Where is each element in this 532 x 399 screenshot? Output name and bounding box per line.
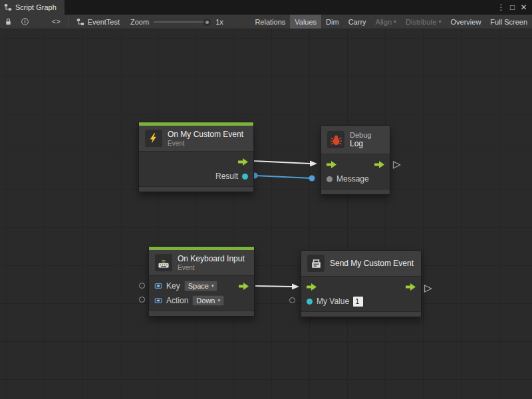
node-footer bbox=[301, 311, 421, 317]
message-input-port[interactable] bbox=[327, 176, 332, 182]
fullscreen-button[interactable]: Full Screen bbox=[485, 15, 532, 29]
node-title: Send My Custom Event bbox=[330, 259, 414, 268]
lock-button[interactable] bbox=[0, 15, 17, 29]
flow-output-port[interactable] bbox=[239, 283, 249, 290]
my-value-label: My Value bbox=[317, 297, 349, 306]
node-on-my-custom-event[interactable]: On My Custom Event Event Result bbox=[138, 122, 254, 192]
flow-output-row bbox=[139, 154, 253, 169]
flow-connection-customevent-to-log[interactable] bbox=[253, 161, 317, 167]
zoom-slider[interactable] bbox=[154, 21, 211, 23]
script-graph-window: Script Graph ⋮ □ ✕ <> bbox=[0, 0, 532, 399]
node-header: On Keyboard Input Event bbox=[149, 250, 254, 275]
flow-output-port[interactable] bbox=[374, 161, 384, 168]
key-input-row: Key Space ▾ bbox=[149, 279, 254, 293]
flow-input-port[interactable] bbox=[327, 161, 336, 168]
titlebar: Script Graph ⋮ □ ✕ bbox=[0, 0, 532, 15]
close-icon[interactable]: ✕ bbox=[518, 0, 529, 15]
node-title: Log bbox=[350, 139, 371, 148]
my-value-field[interactable]: 1 bbox=[353, 297, 363, 307]
node-titles: On My Custom Event Event bbox=[168, 130, 243, 147]
node-on-keyboard-input[interactable]: On Keyboard Input Event Key Space ▾ bbox=[148, 246, 255, 317]
tab-label: Script Graph bbox=[15, 3, 57, 11]
align-label: Align bbox=[376, 18, 392, 26]
chevron-down-icon: ▾ bbox=[439, 19, 442, 25]
flow-row bbox=[321, 157, 390, 172]
flow-continuation-icon[interactable]: ▷ bbox=[424, 283, 432, 293]
graph-toolbar: <> EventTest Zoom 1x Relations Values Di… bbox=[0, 15, 532, 29]
tab-script-graph[interactable]: Script Graph bbox=[0, 0, 65, 15]
keycode-icon bbox=[154, 282, 162, 290]
script-graph-icon bbox=[4, 3, 12, 11]
my-value-external-port[interactable] bbox=[289, 297, 295, 303]
edit-source-button[interactable]: <> bbox=[48, 15, 65, 29]
overview-button[interactable]: Overview bbox=[446, 15, 486, 29]
kebab-menu-icon[interactable]: ⋮ bbox=[495, 0, 507, 15]
graph-canvas[interactable]: On My Custom Event Event Result bbox=[0, 29, 532, 399]
fullscreen-label: Full Screen bbox=[490, 18, 527, 26]
action-icon bbox=[154, 297, 162, 305]
value-connection-result-to-message[interactable] bbox=[252, 173, 315, 182]
maximize-icon[interactable]: □ bbox=[507, 0, 518, 15]
node-footer bbox=[321, 189, 390, 194]
flow-row bbox=[301, 279, 421, 294]
window-controls: ⋮ □ ✕ bbox=[495, 0, 532, 15]
values-button[interactable]: Values bbox=[290, 15, 321, 29]
connections-layer bbox=[0, 29, 532, 399]
send-event-icon bbox=[307, 255, 325, 272]
flow-connection-keyboard-to-send[interactable] bbox=[255, 284, 299, 290]
graph-breadcrumb[interactable]: EventTest bbox=[72, 15, 124, 29]
node-titles: Debug Log bbox=[350, 131, 371, 148]
flow-input-port[interactable] bbox=[307, 283, 317, 291]
node-send-my-custom-event[interactable]: Send My Custom Event My Value 1 bbox=[301, 250, 422, 317]
overview-label: Overview bbox=[451, 18, 481, 26]
message-label: Message bbox=[336, 174, 369, 184]
flow-continuation-icon[interactable]: ▷ bbox=[393, 159, 401, 169]
action-dropdown[interactable]: Down ▾ bbox=[192, 295, 224, 306]
zoom-slider-knob[interactable] bbox=[203, 19, 211, 26]
inspect-button[interactable] bbox=[17, 15, 33, 29]
values-label: Values bbox=[295, 18, 317, 26]
dim-label: Dim bbox=[326, 18, 339, 26]
distribute-label: Distribute bbox=[406, 18, 436, 26]
key-dropdown[interactable]: Space ▾ bbox=[184, 281, 218, 291]
node-title: On Keyboard Input bbox=[178, 254, 245, 263]
node-title: On My Custom Event bbox=[168, 130, 243, 139]
action-input-row: Action Down ▾ bbox=[149, 293, 254, 308]
code-icon: <> bbox=[52, 18, 61, 25]
action-value: Down bbox=[196, 297, 215, 305]
carry-button[interactable]: Carry bbox=[344, 15, 371, 29]
distribute-button[interactable]: Distribute ▾ bbox=[401, 15, 446, 29]
node-body: My Value 1 bbox=[301, 276, 421, 311]
flow-output-port[interactable] bbox=[238, 158, 248, 166]
zoom-label: Zoom bbox=[130, 18, 149, 26]
info-icon bbox=[21, 17, 29, 26]
node-body: Result bbox=[139, 151, 253, 186]
zoom-value: 1x bbox=[215, 18, 223, 26]
align-button[interactable]: Align ▾ bbox=[371, 15, 401, 29]
node-debug-log[interactable]: Debug Log Message bbox=[321, 125, 390, 195]
node-surtitle: Debug bbox=[350, 131, 371, 139]
chevron-down-icon: ▾ bbox=[211, 283, 214, 289]
result-output-row: Result bbox=[139, 169, 253, 184]
result-output-port[interactable] bbox=[242, 174, 248, 180]
key-label: Key bbox=[166, 281, 180, 291]
result-label: Result bbox=[215, 172, 238, 181]
my-value-input-port[interactable] bbox=[307, 299, 313, 305]
node-subtitle: Event bbox=[168, 140, 243, 147]
node-body: Message bbox=[321, 154, 390, 189]
graph-asset-icon bbox=[76, 18, 84, 26]
action-label: Action bbox=[166, 296, 188, 305]
flow-output-port[interactable] bbox=[406, 283, 416, 291]
my-value-input-row: My Value 1 bbox=[301, 294, 421, 309]
keyboard-icon bbox=[155, 254, 172, 271]
key-value: Space bbox=[188, 282, 209, 290]
key-external-port[interactable] bbox=[139, 283, 145, 289]
relations-button[interactable]: Relations bbox=[250, 15, 290, 29]
node-footer bbox=[149, 311, 254, 316]
node-header: Debug Log bbox=[321, 126, 390, 154]
node-body: Key Space ▾ Action bbox=[149, 275, 254, 311]
carry-label: Carry bbox=[348, 18, 366, 26]
action-external-port[interactable] bbox=[139, 297, 145, 303]
lightning-icon bbox=[145, 130, 162, 147]
dim-button[interactable]: Dim bbox=[321, 15, 344, 29]
